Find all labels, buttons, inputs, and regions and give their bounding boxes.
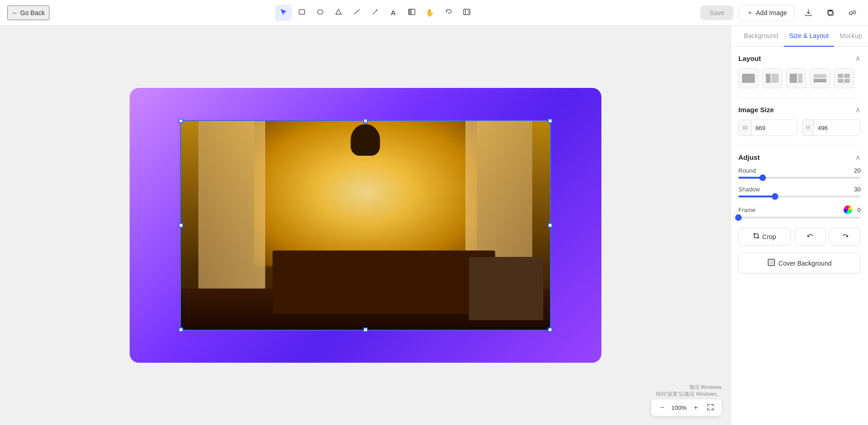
frame-color-picker[interactable] xyxy=(843,205,853,215)
svg-rect-15 xyxy=(769,260,774,265)
shadow-slider-track xyxy=(738,196,861,197)
more-button[interactable] xyxy=(459,5,475,21)
zoom-out-button[interactable]: − xyxy=(657,402,668,413)
action-buttons: Crop xyxy=(738,228,861,245)
frame-value: 0 xyxy=(857,207,861,213)
link-button[interactable] xyxy=(844,5,861,21)
cover-bg-label: Cover Background xyxy=(779,260,832,267)
layout-icon-full xyxy=(742,74,755,83)
tab-size-layout[interactable]: Size & Layout xyxy=(784,26,834,47)
round-adjust-row: Round 20 xyxy=(738,167,861,179)
tab-background[interactable]: Background xyxy=(738,26,784,47)
room-scene xyxy=(180,120,551,331)
adjust-section-header: Adjust ∧ xyxy=(738,153,861,162)
pen-tool-button[interactable] xyxy=(367,5,383,21)
svg-rect-0 xyxy=(299,10,305,14)
layout-icon-quad xyxy=(838,74,850,83)
rotate-ccw-button[interactable] xyxy=(795,228,826,245)
mask-tool-button[interactable] xyxy=(404,5,420,21)
layout-icon-left xyxy=(766,74,779,83)
panel-content: Layout ∧ xyxy=(731,47,868,425)
zoom-in-button[interactable]: + xyxy=(690,402,701,413)
height-input-group: H xyxy=(802,120,861,136)
ellipse-tool-button[interactable] xyxy=(312,5,328,21)
text-tool-button[interactable]: A xyxy=(385,5,402,21)
hand-tool-button[interactable]: ✋ xyxy=(422,5,438,21)
divider-1 xyxy=(738,98,861,98)
layout-section-header: Layout ∧ xyxy=(738,54,861,63)
mask-icon xyxy=(408,8,415,17)
zoom-value: 100% xyxy=(671,404,687,411)
round-slider-track xyxy=(738,177,861,179)
go-back-button[interactable]: ← Go Back xyxy=(7,5,49,20)
windows-watermark: 激活 Windows 转到"设置"以激活 Windows。 xyxy=(656,384,722,398)
frame-slider-track xyxy=(738,217,861,218)
width-input[interactable] xyxy=(752,120,797,136)
triangle-tool-button[interactable] xyxy=(330,5,347,21)
svg-marker-2 xyxy=(336,9,341,14)
copy-button[interactable] xyxy=(822,5,839,21)
shadow-label: Shadow xyxy=(738,186,760,193)
svg-point-1 xyxy=(317,10,323,14)
adjust-title: Adjust xyxy=(738,153,760,161)
round-label-row: Round 20 xyxy=(738,167,861,174)
room-curtains-left xyxy=(198,120,265,299)
line-icon xyxy=(353,8,360,17)
frame-label: Frame xyxy=(738,207,838,213)
layout-toggle[interactable]: ∧ xyxy=(855,54,861,63)
layout-icon-center xyxy=(813,74,826,82)
shadow-value: 30 xyxy=(854,186,861,193)
download-button[interactable] xyxy=(800,5,817,21)
layout-option-quad[interactable] xyxy=(834,68,854,88)
crop-button[interactable]: Crop xyxy=(738,228,791,245)
canvas-frame xyxy=(130,88,601,363)
pen-icon xyxy=(371,8,379,17)
layout-icon-right xyxy=(790,74,802,83)
select-tool-button[interactable] xyxy=(275,5,292,21)
line-tool-button[interactable] xyxy=(349,5,365,21)
more-icon xyxy=(463,8,470,17)
height-input[interactable] xyxy=(814,120,860,136)
toolbar-left: ← Go Back xyxy=(7,5,49,20)
height-label: H xyxy=(802,120,814,136)
image-size-toggle[interactable]: ∧ xyxy=(855,105,861,114)
tab-mockup[interactable]: Mockup xyxy=(834,26,868,47)
shadow-label-row: Shadow 30 xyxy=(738,186,861,193)
zoom-controls: − 100% + xyxy=(651,399,721,416)
rectangle-icon xyxy=(298,8,306,17)
undo-icon xyxy=(445,8,452,17)
frame-label-row: Frame 0 xyxy=(738,205,861,215)
canvas-image xyxy=(180,120,551,331)
room-sofa xyxy=(469,257,543,320)
layout-option-right[interactable] xyxy=(786,68,806,88)
toolbar-right: Save ＋ Add Image xyxy=(700,5,861,21)
rotate-cw-button[interactable] xyxy=(830,228,861,245)
layout-grid xyxy=(738,68,861,88)
toolbar: ← Go Back xyxy=(0,0,868,26)
room-chandelier xyxy=(350,124,380,156)
undo-button[interactable] xyxy=(440,5,457,21)
layout-option-center[interactable] xyxy=(810,68,830,88)
zoom-expand-button[interactable] xyxy=(705,402,716,413)
image-size-section: Image Size ∧ W H xyxy=(738,105,861,136)
canvas-image-wrapper[interactable] xyxy=(180,120,551,331)
svg-point-4 xyxy=(376,9,377,11)
width-input-group: W xyxy=(738,120,797,136)
cover-background-button[interactable]: Cover Background xyxy=(738,253,861,273)
shadow-adjust-row: Shadow 30 xyxy=(738,186,861,197)
go-back-label: Go Back xyxy=(20,9,45,16)
add-image-button[interactable]: ＋ Add Image xyxy=(739,5,795,21)
divider-2 xyxy=(738,145,861,146)
layout-option-full[interactable] xyxy=(738,68,759,88)
frame-adjust-row: Frame 0 xyxy=(738,205,861,218)
layout-option-left[interactable] xyxy=(762,68,782,88)
cover-bg-icon xyxy=(768,259,775,267)
canvas-area[interactable]: − 100% + 激活 Windows 转到"设置"以激活 Windows。 xyxy=(0,26,731,425)
panel-tabs: Background Size & Layout Mockup xyxy=(731,26,868,47)
toolbar-tools: A ✋ xyxy=(53,5,697,21)
layout-section: Layout ∧ xyxy=(738,54,861,88)
rectangle-tool-button[interactable] xyxy=(294,5,310,21)
save-button[interactable]: Save xyxy=(700,5,733,20)
crop-icon xyxy=(753,233,759,240)
adjust-toggle[interactable]: ∧ xyxy=(855,153,861,162)
